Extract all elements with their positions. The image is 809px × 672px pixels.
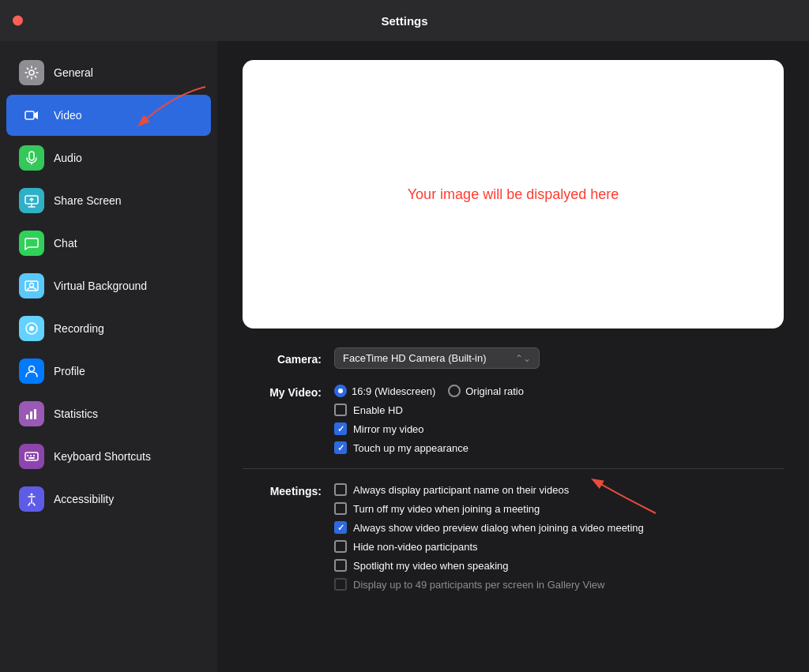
- share-screen-icon: [19, 188, 44, 213]
- checkbox-hd-icon: [334, 404, 347, 416]
- sidebar-item-profile[interactable]: Profile: [6, 351, 211, 392]
- sidebar-item-chat-label: Chat: [54, 237, 77, 250]
- camera-label: Camera:: [243, 351, 322, 366]
- ratio-original[interactable]: Original ratio: [448, 385, 524, 397]
- sidebar-item-video-label: Video: [54, 109, 82, 122]
- profile-icon: [19, 359, 44, 384]
- audio-icon: [19, 145, 44, 171]
- meetings-label: Meetings:: [243, 483, 322, 497]
- main-content: Your image will be dispalyed here Camera…: [217, 41, 809, 672]
- checkbox-display-name[interactable]: Always display participant name on their…: [334, 483, 784, 496]
- sidebar-item-virtual-background[interactable]: Virtual Background: [6, 265, 211, 306]
- checkbox-gallery-49-label: Display up to 49 participants per screen…: [353, 579, 604, 591]
- meetings-controls: Always display participant name on their…: [334, 483, 784, 591]
- checkbox-mirror-video[interactable]: Mirror my video: [334, 422, 784, 435]
- app-layout: GeneralVideoAudioShare ScreenChatVirtual…: [0, 41, 809, 672]
- my-video-label: My Video:: [243, 385, 322, 399]
- checkbox-turn-off-video-label: Turn off my video when joining a meeting: [353, 503, 540, 515]
- statistics-icon: [19, 401, 44, 426]
- video-preview: Your image will be dispalyed here: [243, 60, 784, 328]
- checkbox-hide-non-video-label: Hide non-video participants: [353, 541, 478, 553]
- sidebar-item-general-label: General: [54, 66, 93, 79]
- sidebar-item-profile-label: Profile: [54, 365, 85, 377]
- sidebar-item-keyboard-shortcuts-label: Keyboard Shortcuts: [54, 450, 151, 463]
- keyboard-shortcuts-icon: [19, 444, 44, 469]
- checkbox-hide-non-video[interactable]: Hide non-video participants: [334, 540, 784, 553]
- checkbox-turn-off-video[interactable]: Turn off my video when joining a meeting: [334, 502, 784, 515]
- ratio-widescreen-label: 16:9 (Widescreen): [352, 385, 435, 397]
- svg-rect-10: [30, 411, 32, 419]
- camera-selected-value: FaceTime HD Camera (Built-in): [343, 352, 487, 364]
- checkbox-spotlight-label: Spotlight my video when speaking: [353, 560, 509, 572]
- sidebar-item-general[interactable]: General: [6, 52, 211, 93]
- sidebar-item-audio[interactable]: Audio: [6, 137, 211, 178]
- svg-rect-1: [25, 111, 34, 119]
- sidebar-item-share-screen[interactable]: Share Screen: [6, 180, 211, 221]
- window-title: Settings: [381, 14, 427, 28]
- svg-point-0: [29, 70, 34, 75]
- my-video-controls: 16:9 (Widescreen) Original ratio Enable …: [334, 385, 784, 454]
- checkbox-display-name-label: Always display participant name on their…: [353, 484, 569, 496]
- svg-point-8: [29, 366, 35, 372]
- my-video-row: My Video: 16:9 (Widescreen) Original rat…: [243, 385, 784, 454]
- svg-point-5: [30, 283, 34, 287]
- checkbox-display-name-icon: [334, 483, 347, 496]
- sidebar-item-recording-label: Recording: [54, 322, 104, 335]
- ratio-widescreen[interactable]: 16:9 (Widescreen): [334, 385, 435, 397]
- video-icon: [19, 103, 44, 128]
- svg-rect-11: [34, 409, 36, 419]
- sidebar-item-recording[interactable]: Recording: [6, 308, 211, 349]
- camera-dropdown[interactable]: FaceTime HD Camera (Built-in) ⌃⌄: [334, 347, 540, 369]
- svg-point-7: [29, 326, 34, 331]
- radio-original-icon: [448, 385, 461, 397]
- checkbox-show-preview[interactable]: Always show video preview dialog when jo…: [334, 521, 784, 534]
- checkbox-enable-hd[interactable]: Enable HD: [334, 404, 784, 416]
- title-bar: Settings: [0, 0, 809, 41]
- sidebar-item-statistics-label: Statistics: [54, 407, 98, 420]
- chevron-down-icon: ⌃⌄: [515, 353, 531, 364]
- sidebar-item-accessibility[interactable]: Accessibility: [6, 479, 211, 520]
- video-placeholder-text: Your image will be dispalyed here: [408, 186, 619, 203]
- svg-rect-16: [28, 457, 35, 459]
- checkbox-gallery-49-icon: [334, 578, 347, 591]
- settings-section: Camera: FaceTime HD Camera (Built-in) ⌃⌄…: [243, 347, 784, 591]
- svg-rect-12: [25, 452, 38, 460]
- svg-rect-13: [27, 455, 28, 456]
- radio-widescreen-icon: [334, 385, 347, 397]
- checkbox-show-preview-label: Always show video preview dialog when jo…: [353, 522, 644, 534]
- camera-row: Camera: FaceTime HD Camera (Built-in) ⌃⌄: [243, 347, 784, 369]
- accessibility-icon: [19, 486, 44, 512]
- svg-rect-9: [26, 415, 28, 419]
- svg-rect-15: [33, 455, 35, 456]
- checkbox-hd-label: Enable HD: [353, 404, 403, 416]
- sidebar-item-virtual-background-label: Virtual Background: [54, 280, 147, 292]
- checkbox-mirror-label: Mirror my video: [353, 423, 424, 435]
- general-icon: [19, 60, 44, 85]
- checkbox-mirror-icon: [334, 422, 347, 435]
- recording-icon: [19, 316, 44, 341]
- sidebar: GeneralVideoAudioShare ScreenChatVirtual…: [0, 41, 217, 672]
- sidebar-item-share-screen-label: Share Screen: [54, 194, 122, 207]
- checkbox-touchup-icon: [334, 441, 347, 454]
- meetings-row: Meetings: Always display participant nam…: [243, 483, 784, 591]
- checkbox-hide-non-video-icon: [334, 540, 347, 553]
- ratio-row: 16:9 (Widescreen) Original ratio: [334, 385, 784, 397]
- sidebar-item-keyboard-shortcuts[interactable]: Keyboard Shortcuts: [6, 436, 211, 477]
- divider: [243, 468, 784, 469]
- sidebar-item-statistics[interactable]: Statistics: [6, 393, 211, 434]
- ratio-original-label: Original ratio: [465, 385, 524, 397]
- virtual-background-icon: [19, 273, 44, 298]
- chat-icon: [19, 231, 44, 256]
- checkbox-spotlight-icon: [334, 559, 347, 572]
- sidebar-item-audio-label: Audio: [54, 152, 82, 164]
- sidebar-item-chat[interactable]: Chat: [6, 223, 211, 264]
- close-button[interactable]: [13, 16, 23, 26]
- sidebar-item-accessibility-label: Accessibility: [54, 493, 114, 505]
- checkbox-touchup-label: Touch up my appearance: [353, 442, 468, 454]
- svg-point-17: [31, 494, 33, 496]
- sidebar-item-video[interactable]: Video: [6, 95, 211, 136]
- checkbox-gallery-49: Display up to 49 participants per screen…: [334, 578, 784, 591]
- checkbox-spotlight[interactable]: Spotlight my video when speaking: [334, 559, 784, 572]
- checkbox-touch-up[interactable]: Touch up my appearance: [334, 441, 784, 454]
- svg-rect-14: [30, 455, 32, 456]
